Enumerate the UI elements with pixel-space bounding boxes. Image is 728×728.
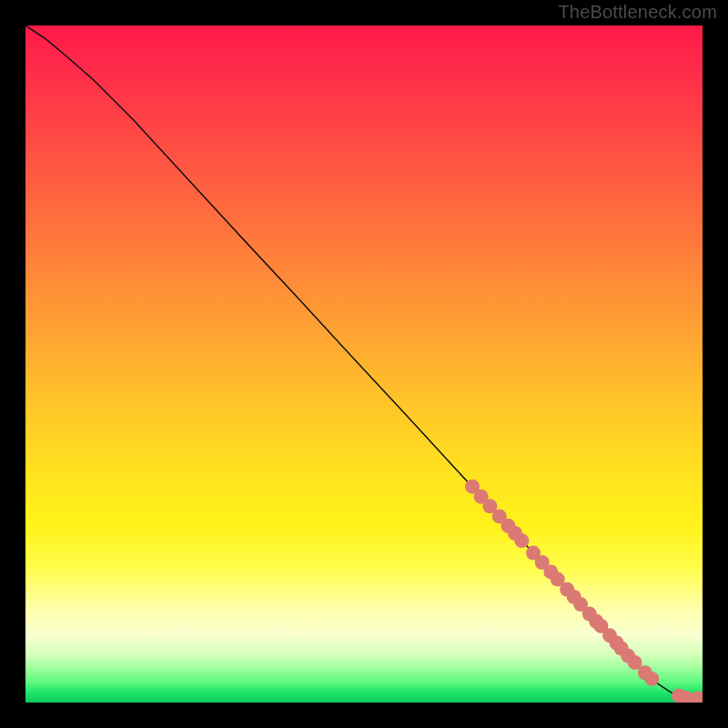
plot-area [25,25,703,703]
attribution-text: TheBottleneck.com [558,2,717,23]
data-point [514,533,529,548]
markers-group [465,480,703,703]
chart-svg [25,25,703,703]
data-point [644,672,659,686]
chart-frame: TheBottleneck.com [0,0,728,728]
curve-line [25,25,703,699]
